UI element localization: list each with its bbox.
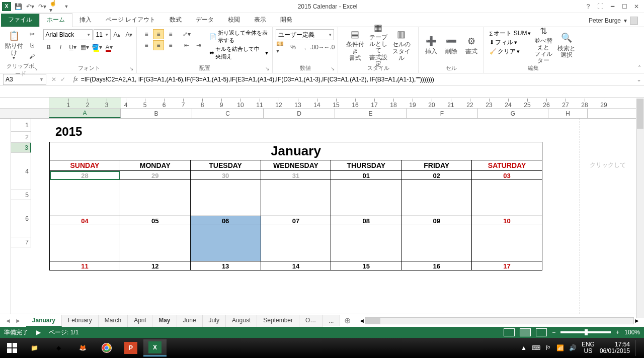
tab-page-layout[interactable]: ページ レイアウト: [99, 14, 163, 27]
help-icon[interactable]: ?: [584, 2, 593, 11]
font-size-select[interactable]: 11: [94, 29, 111, 40]
horizontal-scrollbar[interactable]: ◄►: [355, 317, 644, 324]
excel-icon[interactable]: X: [2, 2, 11, 11]
calendar-space-cell[interactable]: [331, 225, 401, 261]
close-icon[interactable]: ✕: [632, 2, 641, 11]
align-right-icon[interactable]: ≡: [165, 40, 176, 50]
sheet-tab[interactable]: September: [257, 315, 299, 327]
calendar-space-cell[interactable]: [331, 180, 401, 216]
paste-button[interactable]: 📋貼り付け▼: [4, 29, 25, 61]
show-desktop-button[interactable]: [635, 340, 638, 356]
cell-styles-button[interactable]: ▥セルの スタイル: [391, 29, 412, 61]
row-header[interactable]: 4: [11, 153, 31, 190]
align-bottom-icon[interactable]: ≡: [165, 29, 176, 39]
calendar-date-cell[interactable]: 02: [401, 171, 472, 180]
cut-icon[interactable]: ✂: [27, 29, 38, 39]
calendar-date-cell[interactable]: 28: [50, 171, 120, 180]
tray-volume-icon[interactable]: 🔊: [569, 344, 577, 351]
border-button[interactable]: ▦▾: [79, 42, 91, 52]
vertical-scrollbar[interactable]: [636, 99, 644, 318]
calendar-date-cell[interactable]: 11: [50, 261, 120, 270]
delete-cells-button[interactable]: ➖削除: [442, 29, 460, 61]
sheet-tab[interactable]: O…: [299, 315, 323, 327]
minimize-icon[interactable]: ━: [608, 2, 617, 11]
calendar-date-cell[interactable]: 06: [190, 216, 261, 225]
align-center-icon[interactable]: ≡: [153, 40, 164, 50]
task-chrome-icon[interactable]: [95, 339, 118, 356]
calendar-date-cell[interactable]: 14: [261, 261, 331, 270]
calendar-space-cell[interactable]: [120, 180, 190, 216]
customize-qat-icon[interactable]: ▼: [61, 2, 71, 12]
calendar-space-cell[interactable]: [401, 180, 472, 216]
calendar-space-cell[interactable]: [190, 225, 261, 261]
maximize-icon[interactable]: ☐: [620, 2, 629, 11]
task-file-explorer-icon[interactable]: 📁: [23, 339, 46, 356]
touch-mode-icon[interactable]: ☝▾: [49, 2, 59, 12]
orientation-icon[interactable]: ⤢▾: [181, 29, 192, 39]
start-button[interactable]: [2, 340, 22, 356]
zoom-out-icon[interactable]: −: [552, 329, 555, 336]
row-header[interactable]: 5: [11, 190, 31, 200]
increase-font-icon[interactable]: A▴: [112, 30, 123, 40]
increase-decimal-icon[interactable]: .00→: [312, 42, 323, 52]
worksheet-content[interactable]: 2015 January SUNDAYMONDAYTUESDAYWEDNESDA…: [31, 119, 644, 314]
calendar-date-cell[interactable]: 07: [261, 216, 331, 225]
task-inkscape-icon[interactable]: ◆: [47, 339, 70, 356]
redo-icon[interactable]: ↷▾: [37, 2, 47, 12]
sheet-nav-prev-icon[interactable]: ◄: [5, 317, 11, 324]
calendar-date-cell[interactable]: 16: [401, 261, 472, 270]
save-icon[interactable]: 💾: [13, 2, 23, 12]
fill-button[interactable]: ⬇ フィル ▾: [490, 38, 531, 47]
tab-insert[interactable]: 挿入: [72, 14, 99, 27]
tray-network-icon[interactable]: 📶: [556, 344, 564, 351]
tray-keyboard-icon[interactable]: ⌨: [532, 344, 540, 351]
zoom-slider[interactable]: [560, 331, 611, 333]
decrease-decimal-icon[interactable]: ←.0: [324, 42, 335, 52]
calendar-date-cell[interactable]: 04: [50, 216, 120, 225]
calendar-space-cell[interactable]: [401, 225, 472, 261]
tab-formulas[interactable]: 数式: [163, 14, 189, 27]
user-account[interactable]: Peter Burge▾: [583, 15, 644, 27]
ribbon-display-icon[interactable]: ⛶: [596, 2, 605, 11]
column-header[interactable]: F: [407, 109, 478, 118]
find-select-button[interactable]: 🔍検索と 選択: [556, 29, 577, 61]
vertical-ruler[interactable]: [0, 119, 11, 314]
insert-cells-button[interactable]: ➕挿入: [422, 29, 440, 61]
column-header[interactable]: D: [264, 109, 335, 118]
sheet-tab[interactable]: March: [99, 315, 128, 327]
select-all-triangle[interactable]: [0, 109, 49, 118]
tab-developer[interactable]: 開発: [273, 14, 299, 27]
row-header[interactable]: 1: [11, 119, 31, 132]
sheet-tab[interactable]: May: [152, 315, 177, 327]
fx-icon[interactable]: fx: [70, 75, 81, 83]
column-header[interactable]: C: [192, 109, 264, 118]
zoom-in-icon[interactable]: +: [616, 329, 619, 336]
tray-action-center-icon[interactable]: 🏳: [545, 344, 551, 351]
underline-button[interactable]: U▾: [67, 42, 78, 52]
calendar-space-cell[interactable]: [472, 225, 542, 261]
calendar-date-cell[interactable]: 03: [472, 171, 542, 180]
tab-review[interactable]: 校閲: [221, 14, 247, 27]
row-header[interactable]: 2: [11, 132, 31, 143]
tab-data[interactable]: データ: [189, 14, 221, 27]
font-name-select[interactable]: Arial Black: [43, 29, 93, 40]
tray-clock[interactable]: 17:5406/01/2015: [600, 341, 630, 354]
tab-file[interactable]: ファイル: [1, 14, 39, 27]
sheet-tab[interactable]: June: [177, 315, 203, 327]
calendar-date-cell[interactable]: 05: [120, 216, 190, 225]
format-as-table-button[interactable]: ▦テーブルとして 書式設定: [368, 29, 389, 61]
sheet-tab[interactable]: April: [128, 315, 152, 327]
comma-format-icon[interactable]: ,: [300, 42, 311, 52]
percent-format-icon[interactable]: %: [288, 42, 299, 52]
calendar-date-cell[interactable]: 12: [120, 261, 190, 270]
tray-language[interactable]: ENGUS: [582, 341, 595, 354]
sheet-overflow[interactable]: ...: [323, 315, 340, 326]
column-header[interactable]: E: [335, 109, 407, 118]
calendar-space-cell[interactable]: [472, 180, 542, 216]
calendar-space-cell[interactable]: [261, 225, 331, 261]
tab-view[interactable]: 表示: [247, 14, 273, 27]
autosum-button[interactable]: Σ オート SUM ▾: [490, 29, 531, 38]
task-powerpoint-icon[interactable]: P: [119, 339, 142, 356]
align-middle-icon[interactable]: ≡: [153, 29, 164, 39]
conditional-format-button[interactable]: ▤条件付き 書式: [345, 29, 366, 61]
